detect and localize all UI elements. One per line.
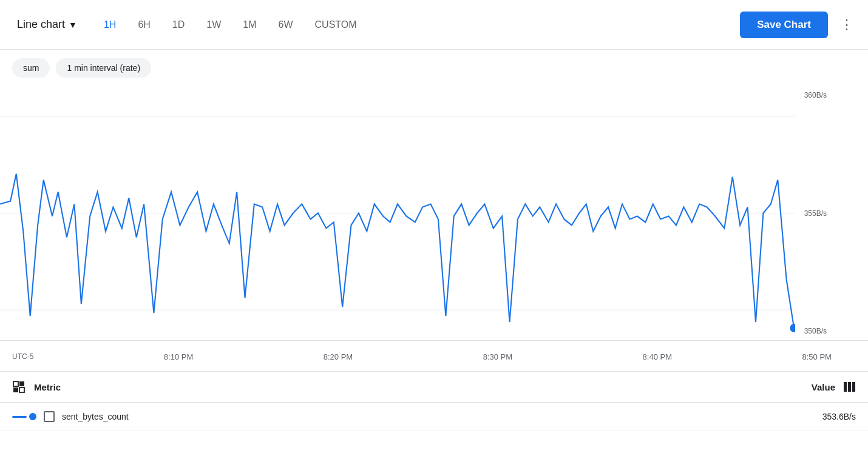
legend-dash <box>12 416 27 418</box>
legend-row: sent_bytes_count 353.6B/s <box>0 403 868 431</box>
legend-metric-name: sent_bytes_count <box>62 412 822 421</box>
svg-rect-4 <box>19 381 24 386</box>
columns-icon <box>843 380 856 394</box>
legend-header: Metric Value <box>0 372 868 403</box>
chart-container: 360B/s 355B/s 350B/s <box>0 86 868 341</box>
chart-type-label: Line chart <box>17 18 65 31</box>
chart-type-button[interactable]: Line chart ▼ <box>10 13 84 36</box>
save-chart-button[interactable]: Save Chart <box>740 12 828 38</box>
sum-button[interactable]: sum <box>12 58 50 78</box>
time-btn-6w[interactable]: 6W <box>269 15 303 35</box>
y-label-bot: 350B/s <box>795 327 832 335</box>
interval-button[interactable]: 1 min interval (rate) <box>56 58 151 78</box>
metric-col-label: Metric <box>34 382 61 392</box>
dropdown-icon: ▼ <box>69 20 77 30</box>
chart-inner: 360B/s 355B/s 350B/s <box>0 86 832 340</box>
time-btn-6h[interactable]: 6H <box>128 15 160 35</box>
legend-checkbox[interactable] <box>44 411 55 422</box>
y-label-mid: 355B/s <box>795 209 832 218</box>
x-label-840: 8:40 PM <box>643 352 672 361</box>
x-axis-row: UTC-5 8:10 PM 8:20 PM 8:30 PM 8:40 PM 8:… <box>0 341 868 371</box>
svg-rect-8 <box>848 382 851 392</box>
svg-rect-9 <box>852 382 855 392</box>
legend-value-col: Value <box>812 380 856 394</box>
legend-container: Metric Value sent_bytes_count 353.6B/s <box>0 371 868 431</box>
time-btn-1d[interactable]: 1D <box>163 15 194 35</box>
x-label-820: 8:20 PM <box>324 352 353 361</box>
legend-metric-col: Metric <box>12 380 812 394</box>
svg-rect-3 <box>13 381 18 386</box>
x-axis-labels: UTC-5 8:10 PM 8:20 PM 8:30 PM 8:40 PM 8:… <box>0 352 832 361</box>
x-label-830: 8:30 PM <box>483 352 512 361</box>
y-label-top: 360B/s <box>795 91 832 99</box>
grid-icon <box>12 380 25 394</box>
legend-line-indicator <box>12 413 36 420</box>
time-btn-custom[interactable]: CUSTOM <box>305 15 367 35</box>
svg-rect-7 <box>844 382 847 392</box>
legend-value: 353.6B/s <box>822 412 856 421</box>
x-label-810: 8:10 PM <box>164 352 193 361</box>
controls-row: sum 1 min interval (rate) <box>0 50 868 86</box>
chart-svg <box>0 86 795 340</box>
chart-line <box>0 174 794 328</box>
more-options-button[interactable]: ⋮ <box>835 12 858 38</box>
time-btn-1m[interactable]: 1M <box>233 15 266 35</box>
value-col-label: Value <box>812 382 835 392</box>
time-range-group: 1H 6H 1D 1W 1M 6W CUSTOM <box>94 15 740 35</box>
toolbar: Line chart ▼ 1H 6H 1D 1W 1M 6W CUSTOM Sa… <box>0 0 868 50</box>
time-btn-1w[interactable]: 1W <box>197 15 231 35</box>
chart-endpoint-dot <box>790 324 795 332</box>
legend-dot <box>29 413 36 420</box>
y-axis-labels: 360B/s 355B/s 350B/s <box>795 86 832 340</box>
svg-rect-5 <box>13 387 18 392</box>
x-label-utc: UTC-5 <box>12 352 33 361</box>
x-label-850: 8:50 PM <box>802 352 832 361</box>
time-btn-1h[interactable]: 1H <box>94 15 126 35</box>
svg-rect-6 <box>19 387 24 392</box>
